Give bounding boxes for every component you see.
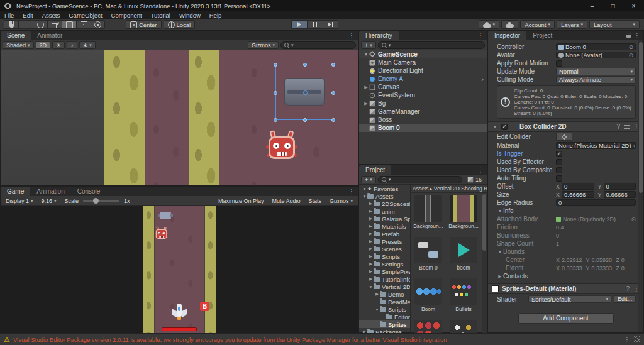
project-search-input[interactable]: ▾: [378, 176, 462, 183]
project-panel-menu-icon[interactable]: ⋮: [477, 167, 484, 173]
tree-item-packages[interactable]: ▶ Packages: [359, 328, 410, 333]
transform-tool-button[interactable]: [76, 20, 91, 29]
scene-panel-menu-icon[interactable]: ⋮: [348, 32, 355, 39]
edit-collider-button[interactable]: [556, 133, 572, 141]
hierarchy-search-input[interactable]: ▾: [378, 41, 485, 49]
project-create-dropdown[interactable]: + ▾: [361, 176, 376, 183]
shading-mode-dropdown[interactable]: Shaded ▾: [3, 41, 34, 49]
step-button[interactable]: [323, 20, 338, 29]
menu-window[interactable]: Window: [175, 12, 205, 19]
resize-handle-nw[interactable]: [274, 63, 277, 67]
game-viewport[interactable]: B: [1, 206, 358, 333]
account-dropdown[interactable]: Account ▾: [520, 20, 555, 29]
tab-project[interactable]: Project: [359, 165, 391, 175]
resize-handle-n[interactable]: [303, 63, 307, 67]
fold-open-icon[interactable]: ▼: [497, 209, 503, 213]
tab-animation[interactable]: Animation: [30, 187, 70, 196]
tree-item-materials[interactable]: ▶ Materials: [359, 222, 410, 230]
scrollbar-thumb[interactable]: [639, 42, 643, 193]
project-scrollbar[interactable]: [482, 193, 487, 333]
effects-dropdown[interactable]: ∗ ▾: [79, 41, 96, 49]
tree-item-anim[interactable]: ▶ anim: [359, 207, 410, 215]
object-picker-icon[interactable]: ⊙: [628, 44, 633, 50]
hierarchy-item-bg[interactable]: ▶ Bg: [359, 99, 487, 107]
culling-mode-dropdown[interactable]: Always Animate ▾: [556, 76, 636, 84]
tab-inspector-project[interactable]: Project: [526, 31, 558, 40]
tree-item-simplepixel[interactable]: ▶ SimplePixel...: [359, 268, 410, 275]
help-icon[interactable]: ?: [626, 285, 630, 292]
breadcrumb-root[interactable]: Assets: [413, 185, 429, 192]
pause-button[interactable]: [307, 20, 323, 29]
scale-slider[interactable]: [83, 200, 119, 202]
resize-handle-s[interactable]: [303, 118, 307, 122]
lock-icon[interactable]: [626, 35, 631, 38]
menu-assets[interactable]: Assets: [38, 12, 65, 19]
open-prefab-chevron-icon[interactable]: ›: [481, 75, 486, 83]
tree-item-prefab[interactable]: ▶ Prefab: [359, 230, 410, 238]
tree-item-scenes[interactable]: ▶ Scenes: [359, 245, 410, 253]
audio-toggle-button[interactable]: ♪: [67, 41, 77, 49]
menu-gameobject[interactable]: GameObject: [64, 12, 106, 19]
offset-x-field[interactable]: 0: [562, 183, 594, 190]
maximize-button[interactable]: □: [602, 0, 623, 11]
asset-item-boom-sprite[interactable]: Boom: [412, 278, 445, 312]
add-component-button[interactable]: Add Component: [518, 313, 614, 324]
resize-grip[interactable]: [634, 336, 640, 342]
menu-file[interactable]: File: [0, 12, 18, 19]
asset-item-boom-0-controller[interactable]: Boom 0: [412, 237, 445, 271]
presets-icon[interactable]: [624, 124, 630, 129]
status-message[interactable]: Visual Studio Editor Package version 2.0…: [13, 336, 621, 343]
hierarchy-create-dropdown[interactable]: + ▾: [361, 41, 376, 49]
asset-item-bullets[interactable]: Bullets: [447, 278, 480, 312]
tree-item-favorites[interactable]: ▼ ★ Favorites: [359, 185, 410, 192]
tree-item-assets[interactable]: ▼ Assets: [359, 192, 410, 200]
hierarchy-item-boss[interactable]: Boss: [359, 116, 487, 124]
hierarchy-item-canvas[interactable]: ▶ Canvas: [359, 83, 487, 91]
rect-tool-button[interactable]: [62, 20, 76, 29]
update-mode-dropdown[interactable]: Normal ▾: [556, 68, 636, 75]
asset-item-background-2[interactable]: Backgroun...: [447, 195, 480, 229]
asset-item-background-1[interactable]: Backgroun...: [412, 195, 445, 229]
tree-item-readme[interactable]: ReadMe: [359, 298, 410, 305]
tree-item-vertical-2d[interactable]: ▼ Vertical 2D ...: [359, 283, 410, 290]
menu-component[interactable]: Component: [107, 12, 147, 19]
resize-handle-ne[interactable]: [331, 63, 335, 67]
space-toggle-button[interactable]: Local: [164, 20, 196, 29]
tree-item-demo[interactable]: ▶ Demo: [359, 290, 410, 298]
offset-y-field[interactable]: 0: [604, 183, 636, 190]
fold-open-icon[interactable]: ▼: [497, 249, 503, 254]
tree-item-presets[interactable]: ▶ Presets: [359, 238, 410, 245]
shader-edit-button[interactable]: Edit...: [614, 295, 636, 303]
resize-handle-e[interactable]: [331, 91, 335, 95]
resize-handle-sw[interactable]: [274, 118, 277, 122]
rotate-tool-button[interactable]: [33, 20, 47, 29]
asset-item-partial[interactable]: [447, 320, 480, 333]
used-by-effector-checkbox[interactable]: [556, 159, 562, 165]
fold-closed-icon[interactable]: ▶: [363, 85, 369, 90]
hand-tool-button[interactable]: [4, 20, 18, 29]
used-by-composite-checkbox[interactable]: [556, 167, 562, 173]
game-gizmos-dropdown[interactable]: Gizmos ▾: [326, 197, 356, 205]
breadcrumb-current[interactable]: Vertical 2D Shooting B...: [434, 185, 487, 192]
fold-open-icon[interactable]: ▼: [492, 124, 498, 129]
resize-handle-w[interactable]: [274, 91, 277, 95]
object-picker-icon[interactable]: ⊙: [628, 52, 633, 58]
tab-game[interactable]: Game: [1, 187, 30, 196]
material-header[interactable]: Sprites-Default (Material) ? ⋮: [488, 283, 643, 294]
tree-item-galaxia-sprites[interactable]: ▶ Galaxia Spr...: [359, 215, 410, 222]
fold-open-icon[interactable]: ▼: [363, 52, 369, 57]
fold-closed-icon[interactable]: ▶: [497, 274, 503, 279]
help-icon[interactable]: ?: [616, 123, 620, 130]
auto-tiling-checkbox[interactable]: [556, 175, 562, 182]
tree-item-editor[interactable]: Editor: [359, 313, 410, 320]
play-button[interactable]: [291, 20, 307, 29]
row-contacts-foldout[interactable]: ▶ Contacts: [488, 272, 643, 280]
lighting-toggle-button[interactable]: ☀: [52, 41, 65, 49]
tree-item-2dspaceshooter[interactable]: ▶ 2DSpacesh...: [359, 200, 410, 207]
avatar-object-field[interactable]: None (Avatar) ⊙: [556, 52, 636, 58]
game-panel-menu-icon[interactable]: ⋮: [348, 188, 355, 195]
asset-item-partial[interactable]: [412, 320, 445, 333]
layers-dropdown[interactable]: Layers ▾: [557, 20, 587, 29]
move-tool-button[interactable]: [18, 20, 33, 29]
scale-slider-knob[interactable]: [93, 198, 99, 204]
